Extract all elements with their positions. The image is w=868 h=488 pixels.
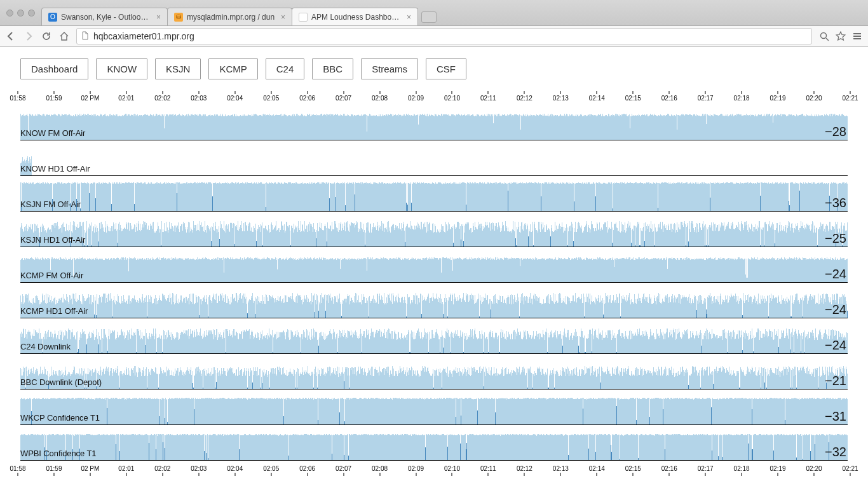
timeline-tick: 02:07 bbox=[336, 91, 351, 102]
timeline-tick: 02:14 bbox=[589, 91, 605, 102]
station-nav: DashboardKNOWKSJNKCMPC24BBCStreamsCSF bbox=[20, 58, 848, 79]
zoom-icon[interactable] bbox=[818, 30, 830, 42]
timeline-tick: 02:02 bbox=[154, 91, 170, 102]
channel-label: KNOW FM Off-Air bbox=[20, 128, 85, 138]
reload-button[interactable] bbox=[41, 30, 52, 42]
timeline-tick: 02:08 bbox=[372, 465, 388, 476]
svg-point-0 bbox=[821, 33, 827, 39]
window-minimize-button[interactable] bbox=[17, 10, 24, 17]
browser-tab[interactable]: ⛁mysqladmin.mpr.org / dun× bbox=[167, 8, 292, 25]
timeline-tick: 01:59 bbox=[46, 465, 62, 476]
channel-label: KSJN FM Off-Air bbox=[20, 200, 81, 209]
timeline-tick: 02:13 bbox=[553, 91, 569, 102]
channel-row: C24 Downlink−24 bbox=[20, 318, 848, 354]
timeline-tick: 02:15 bbox=[625, 465, 641, 476]
waveform bbox=[20, 221, 848, 247]
favicon-icon bbox=[299, 13, 308, 22]
timeline-tick: 02:14 bbox=[589, 465, 605, 476]
channel-reading: −31 bbox=[825, 409, 846, 424]
home-button[interactable] bbox=[58, 30, 70, 42]
nav-button-know[interactable]: KNOW bbox=[96, 58, 147, 79]
channel-row: KCMP FM Off-Air−24 bbox=[20, 247, 848, 283]
forward-button[interactable] bbox=[23, 30, 34, 42]
nav-button-csf[interactable]: CSF bbox=[426, 58, 466, 79]
timeline-tick: 02:12 bbox=[517, 465, 532, 476]
channel-reading: −21 bbox=[825, 374, 846, 388]
timeline-tick: 02:19 bbox=[770, 465, 786, 476]
timeline-tick: 02:06 bbox=[299, 91, 315, 102]
timeline-tick: 02:13 bbox=[553, 465, 569, 476]
channel-row: KNOW FM Off-Air−28 bbox=[20, 105, 848, 140]
page-content: DashboardKNOWKSJNKCMPC24BBCStreamsCSF 01… bbox=[0, 47, 868, 482]
channel-row: KCMP HD1 Off-Air−24 bbox=[20, 283, 848, 318]
waveform bbox=[20, 182, 848, 212]
back-button[interactable] bbox=[5, 30, 17, 42]
channel-reading: −36 bbox=[825, 196, 846, 210]
nav-button-kcmp[interactable]: KCMP bbox=[208, 58, 257, 79]
menu-icon[interactable] bbox=[851, 30, 863, 42]
timeline-tick: 02:03 bbox=[191, 465, 207, 476]
tabs-row: OSwanson, Kyle - Outlook W×⛁mysqladmin.m… bbox=[41, 0, 417, 25]
tab-close-icon[interactable]: × bbox=[407, 13, 411, 22]
timeline-tick: 02:07 bbox=[336, 465, 351, 476]
timeline-tick: 02:03 bbox=[191, 91, 207, 102]
timeline-tick: 02 PM bbox=[81, 465, 99, 476]
timeline-tick: 02:12 bbox=[517, 91, 532, 102]
nav-button-ksjn[interactable]: KSJN bbox=[155, 58, 201, 79]
nav-bar: hqbcaxiameter01.mpr.org bbox=[0, 25, 868, 47]
channel-reading: −24 bbox=[825, 338, 846, 353]
nav-button-streams[interactable]: Streams bbox=[361, 58, 418, 79]
timeline-tick: 02:17 bbox=[698, 465, 714, 476]
channel-label: WPBI Confidence T1 bbox=[20, 449, 96, 458]
timeline-tick: 02:10 bbox=[444, 465, 460, 476]
favicon-icon: ⛁ bbox=[174, 13, 183, 22]
window-close-button[interactable] bbox=[6, 10, 13, 17]
tab-close-icon[interactable]: × bbox=[281, 13, 285, 22]
page-icon bbox=[81, 31, 90, 42]
timeline-tick: 02:20 bbox=[806, 465, 822, 476]
window-zoom-button[interactable] bbox=[28, 10, 35, 17]
address-bar[interactable]: hqbcaxiameter01.mpr.org bbox=[76, 28, 812, 44]
waveform bbox=[20, 257, 848, 282]
channel-row: KSJN FM Off-Air−36 bbox=[20, 176, 848, 212]
timeline-tick: 02:11 bbox=[480, 465, 496, 476]
waveform bbox=[20, 366, 848, 389]
nav-button-bbc[interactable]: BBC bbox=[312, 58, 353, 79]
nav-button-c24[interactable]: C24 bbox=[266, 58, 305, 79]
waveform bbox=[20, 329, 848, 353]
new-tab-button[interactable] bbox=[421, 11, 437, 23]
tab-title: mysqladmin.mpr.org / dun bbox=[187, 13, 275, 22]
nav-button-dashboard[interactable]: Dashboard bbox=[20, 58, 88, 79]
channel-label: KNOW HD1 Off-Air bbox=[20, 164, 90, 173]
timeline-tick: 02:08 bbox=[372, 91, 388, 102]
browser-tab[interactable]: OSwanson, Kyle - Outlook W× bbox=[41, 8, 168, 25]
timeline-tick: 02:19 bbox=[770, 91, 786, 102]
timeline-tick: 02:16 bbox=[661, 465, 677, 476]
nav-right-icons bbox=[818, 30, 863, 42]
timeline-tick: 02:15 bbox=[625, 91, 641, 102]
tab-close-icon[interactable]: × bbox=[156, 13, 161, 22]
channel-reading: −25 bbox=[825, 231, 846, 246]
timeline-tick: 02:09 bbox=[408, 465, 424, 476]
bookmark-star-icon[interactable] bbox=[835, 30, 846, 42]
channel-label: BBC Downlink (Depot) bbox=[20, 377, 102, 387]
timeline-axis-bottom: 01:5801:5902 PM02:0102:0202:0302:0402:05… bbox=[18, 464, 850, 476]
timeline-tick: 02:18 bbox=[734, 465, 750, 476]
waveform bbox=[20, 114, 848, 140]
waveform bbox=[20, 293, 848, 318]
tab-title: APM Loudness Dashboard bbox=[311, 13, 400, 22]
channel-label: KCMP HD1 Off-Air bbox=[20, 306, 88, 316]
channel-row: KSJN HD1 Off-Air−25 bbox=[20, 212, 848, 247]
channel-label: WKCP Confidence T1 bbox=[20, 413, 100, 423]
channel-label: C24 Downlink bbox=[20, 342, 71, 351]
timeline-tick: 02:05 bbox=[263, 465, 279, 476]
timeline-axis-top: 01:5801:5902 PM02:0102:0202:0302:0402:05… bbox=[18, 91, 850, 102]
channel-row: KNOW HD1 Off-Air bbox=[20, 140, 848, 176]
timeline-tick: 02:04 bbox=[227, 465, 243, 476]
timeline-tick: 02:16 bbox=[661, 91, 677, 102]
channel-label: KSJN HD1 Off-Air bbox=[20, 235, 85, 245]
channel-reading: −32 bbox=[825, 445, 846, 459]
timeline-tick: 01:58 bbox=[10, 465, 25, 476]
browser-tab[interactable]: APM Loudness Dashboard× bbox=[292, 8, 418, 25]
channel-reading: −24 bbox=[825, 267, 846, 281]
